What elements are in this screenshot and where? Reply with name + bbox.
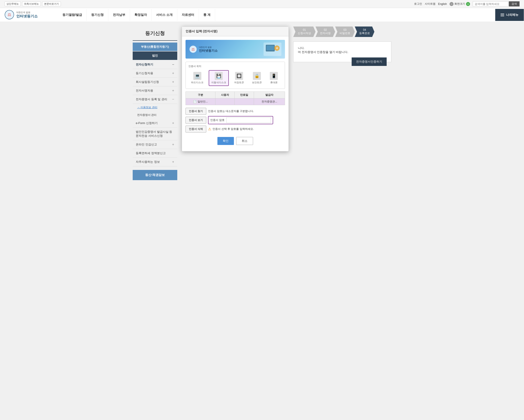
step-3: 03비밀번호: [335, 26, 355, 37]
plus-icon: +: [172, 121, 174, 125]
storage-token-icon: 🔲: [235, 72, 243, 80]
greeting-text-1: 니다.: [298, 46, 387, 50]
login-link[interactable]: 로그인: [414, 2, 422, 6]
plus-icon: +: [172, 143, 174, 147]
sidebar-item-electronic-apply[interactable]: 전자신청하기 −: [133, 60, 177, 69]
cert-view-button[interactable]: 인증서 보기: [185, 117, 206, 124]
cert-delete-button[interactable]: 인증서 삭제: [185, 126, 206, 133]
nav-item-registry-apply[interactable]: 등기신청: [87, 9, 108, 21]
cert-type-cell: 📄 일반인...: [186, 98, 215, 105]
cert-action-button[interactable]: 전자증명서인증하기: [352, 58, 387, 66]
sidebar: 등기신청 부동산(통합전자등기) 법인 전자신청하기 − 등기신청자용 + 회사…: [133, 26, 177, 180]
sidebar-item-label: 법인인감증명서 발급사실 등문자전송 서비스신청: [136, 130, 174, 138]
cert-find-button[interactable]: 인증서 찾기: [185, 108, 206, 115]
sidebar-item-eform[interactable]: e-Form 신청하기 +: [133, 119, 177, 128]
col-type: 구분: [186, 92, 215, 98]
cert-row-icon: 📄 일반인...: [193, 100, 208, 104]
sidebar-item-label: e-Form 신청하기: [136, 121, 158, 125]
sidebar-sub-item-cert-manage[interactable]: 전자증명서 관리: [133, 111, 177, 119]
main-content: 인증서 입력 (전자서명) ⚖ 대한민국 법원 인터넷등기소: [182, 26, 391, 180]
cert-modal-body: ⚖ 대한민국 법원 인터넷등기소: [182, 36, 288, 151]
table-row[interactable]: 📄 일반인... 전자증명관...: [186, 98, 285, 105]
shortcut-main-content[interactable]: 본문바로가기: [42, 1, 61, 6]
cert-location-security-token[interactable]: 🔒 보안토큰: [249, 70, 264, 86]
confirm-button[interactable]: 확인: [218, 137, 234, 145]
nav-item-registry-view[interactable]: 등기열람/발급: [58, 9, 87, 21]
cert-issuer-cell: 전자증명관...: [254, 98, 285, 105]
nav-item-statistics[interactable]: 통 계: [199, 9, 215, 21]
sidebar-sub-item-user-info[interactable]: → 이용정보 관리: [133, 104, 177, 111]
usb-icon: 💾: [215, 72, 223, 80]
cert-location-section: 인증서 위치 💻 하드디스크 💾 이동식디스크 🔲: [185, 62, 285, 89]
cert-user-cell: [215, 98, 235, 105]
svg-text:🖥: 🖥: [276, 47, 278, 50]
screen-size-decrease-button[interactable]: −: [450, 2, 454, 6]
nav-item-confirmed-date[interactable]: 확정일자: [130, 9, 152, 21]
sitemap-link[interactable]: 사이트맵: [425, 2, 436, 6]
nav-item-service-intro[interactable]: 서비스 소개: [152, 9, 177, 21]
cert-type-label: 일반인...: [198, 100, 208, 104]
step-box-4: 04등록완료: [355, 26, 374, 37]
sidebar-item-corp-cert-sms[interactable]: 법인인감증명서 발급사실 등문자전송 서비스신청: [133, 128, 177, 140]
step-indicator: 01신청서작성 02전자서명 03비밀번호 04등록완료: [293, 26, 391, 37]
cert-action-row1: 인증서 찾기 인증서 암호는 대소문자를 구분합니다. 인증서 보기 인증서 암…: [185, 108, 285, 133]
screen-size-control: − 화면크기 +: [450, 2, 470, 6]
top-bar-right: 로그인 사이트맵 English − 화면크기 + 검색: [414, 1, 520, 7]
step-2: 02전자서명: [315, 26, 335, 37]
harddisk-icon: 💻: [193, 72, 201, 80]
cert-location-label: 이동식디스크: [211, 81, 226, 84]
shortcut-left-menu[interactable]: 좌측서브메뉴: [22, 1, 41, 6]
cert-modal: 인증서 입력 (전자서명) ⚖ 대한민국 법원 인터넷등기소: [182, 26, 289, 151]
sidebar-item-company-setup[interactable]: 회사설립등기신청 +: [133, 78, 177, 86]
sidebar-btn-corporation[interactable]: 법인: [133, 51, 177, 60]
sidebar-item-online-seal[interactable]: 온라인 인감신고 +: [133, 140, 177, 149]
svg-text:⚖: ⚖: [8, 12, 11, 17]
search-button[interactable]: 검색: [509, 1, 520, 7]
cert-password-label: 인증서 암호: [210, 118, 224, 122]
sidebar-item-registration-tax[interactable]: 등록면허세 정액분신고: [133, 149, 177, 158]
hamburger-icon: [501, 14, 504, 16]
search-bar: 검색: [473, 1, 520, 7]
sidebar-item-frequent-info[interactable]: 자주사용하는 정보 +: [133, 158, 177, 166]
shortcut-top-menu[interactable]: 상단주메뉴: [4, 1, 21, 6]
svg-text:⚖: ⚖: [192, 47, 195, 51]
col-user: 사용자: [215, 92, 235, 98]
sidebar-item-registry-user[interactable]: 등기신청자용 +: [133, 69, 177, 78]
sidebar-bottom-btn[interactable]: 동산·채권담보: [133, 170, 177, 180]
cert-location-mobile[interactable]: 📱 휴대폰: [267, 70, 280, 86]
sidebar-item-label: 자주사용하는 정보: [136, 160, 160, 164]
cert-section-title: 인증서 위치: [188, 65, 282, 68]
banner-right-image: 🖥: [263, 42, 281, 56]
search-input[interactable]: [473, 1, 508, 7]
cert-password-input[interactable]: [226, 117, 271, 123]
security-token-icon: 🔒: [253, 72, 261, 80]
sidebar-item-label: 온라인 인감신고: [136, 143, 157, 147]
sidebar-btn-real-estate[interactable]: 부동산(통합전자등기): [133, 42, 177, 51]
sidebar-item-cert-manage[interactable]: 전자증명서 등록 및 관리 −: [133, 95, 177, 104]
nav-item-data-center[interactable]: 자료센터: [177, 9, 199, 21]
plus-icon: +: [172, 160, 174, 164]
main-nav: 등기열람/발급 등기신청 전자납부 확정일자 서비스 소개 자료센터 통 계 나…: [58, 9, 524, 21]
step-box-2: 02전자서명: [315, 26, 335, 37]
nav-item-electronic-payment[interactable]: 전자납부: [108, 9, 130, 21]
cert-password-row: 인증서 암호: [208, 116, 273, 124]
svg-rect-5: [266, 45, 274, 50]
english-link[interactable]: English: [438, 2, 447, 6]
cert-locations: 💻 하드디스크 💾 이동식디스크 🔲 저장토큰: [188, 70, 282, 86]
screen-size-increase-button[interactable]: +: [466, 2, 470, 6]
cancel-button[interactable]: 취소: [236, 137, 253, 145]
cert-warning: ⚠ 인증서 선택 후 암호를 입력하세요.: [208, 126, 254, 132]
nav-item-my-menu[interactable]: 나의메뉴: [495, 9, 524, 21]
cert-location-storage-token[interactable]: 🔲 저장토큰: [231, 70, 247, 86]
minus-icon: −: [172, 63, 174, 67]
sidebar-item-digital-sign-user[interactable]: 전자서명자용 +: [133, 86, 177, 95]
step-box-3: 03비밀번호: [335, 26, 355, 37]
minus-icon: −: [172, 97, 174, 101]
col-expire: 만료일: [235, 92, 254, 98]
plus-icon: +: [172, 89, 174, 93]
cert-location-harddisk[interactable]: 💻 하드디스크: [188, 70, 206, 86]
step-4: 04등록완료: [355, 26, 374, 37]
banner-logo-icon: ⚖: [189, 45, 197, 53]
cert-location-usb[interactable]: 💾 이동식디스크: [209, 70, 229, 86]
right-area: 01신청서작성 02전자서명 03비밀번호 04등록완료 니다. 며 전자증명: [293, 26, 391, 67]
